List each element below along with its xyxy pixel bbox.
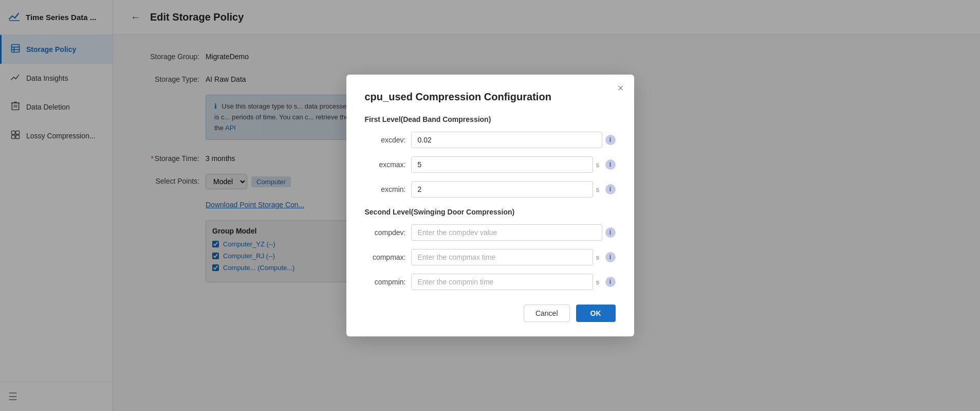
compmax-label: compmax: <box>365 253 406 261</box>
compmin-input[interactable] <box>411 274 593 290</box>
excmax-row: excmax: s i <box>365 156 616 173</box>
compmin-unit: s <box>596 278 602 286</box>
cancel-button[interactable]: Cancel <box>524 305 570 322</box>
dialog: × cpu_used Compression Configuration Fir… <box>346 75 634 336</box>
excmin-input-wrap: s i <box>411 181 616 198</box>
dialog-close-button[interactable]: × <box>618 83 624 93</box>
dialog-footer: Cancel OK <box>365 305 616 322</box>
compmin-info-icon[interactable]: i <box>605 277 616 287</box>
excmin-info-icon[interactable]: i <box>605 184 616 194</box>
excdev-input-wrap: i <box>411 132 616 148</box>
excmin-row: excmin: s i <box>365 181 616 198</box>
excdev-label: excdev: <box>365 136 406 144</box>
excdev-row: excdev: i <box>365 132 616 148</box>
excmin-unit: s <box>596 186 602 193</box>
compdev-info-icon[interactable]: i <box>605 227 616 238</box>
compdev-label: compdev: <box>365 228 406 237</box>
excmax-label: excmax: <box>365 160 406 169</box>
compmax-input[interactable] <box>411 249 593 265</box>
compmax-row: compmax: s i <box>365 249 616 265</box>
dialog-title: cpu_used Compression Configuration <box>365 91 616 103</box>
compmin-label: compmin: <box>365 278 406 286</box>
second-level-title: Second Level(Swinging Door Compression) <box>365 208 616 216</box>
excmax-input[interactable] <box>411 156 593 173</box>
compmax-unit: s <box>596 254 602 261</box>
excmax-info-icon[interactable]: i <box>605 159 616 170</box>
ok-button[interactable]: OK <box>576 305 616 322</box>
overlay: × cpu_used Compression Configuration Fir… <box>0 0 980 411</box>
compmax-input-wrap: s i <box>411 249 616 265</box>
compdev-input-wrap: i <box>411 224 616 241</box>
first-level-title: First Level(Dead Band Compression) <box>365 115 616 123</box>
compmax-info-icon[interactable]: i <box>605 252 616 262</box>
excmax-input-wrap: s i <box>411 156 616 173</box>
compmin-row: compmin: s i <box>365 274 616 290</box>
compmin-input-wrap: s i <box>411 274 616 290</box>
excmax-unit: s <box>596 161 602 169</box>
excmin-label: excmin: <box>365 185 406 193</box>
excdev-info-icon[interactable]: i <box>605 135 616 145</box>
compdev-input[interactable] <box>411 224 602 241</box>
excdev-input[interactable] <box>411 132 602 148</box>
excmin-input[interactable] <box>411 181 593 198</box>
compdev-row: compdev: i <box>365 224 616 241</box>
